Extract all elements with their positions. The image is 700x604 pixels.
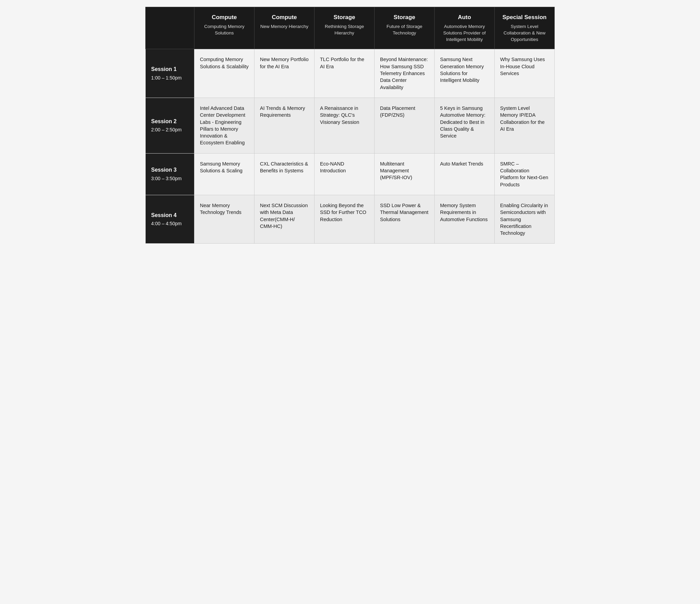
session-number: Session 4 [151,212,177,218]
session-label-3: Session 33:00 – 3:50pm [146,153,194,195]
track-subtitle-storage1: Rethinking Storage Hierarchy [320,24,369,37]
session-1-cell-4: Beyond Maintenance: How Samsung SSD Tele… [375,49,435,98]
track-subtitle-special: System Level Collaboration & New Opportu… [500,24,549,43]
session-1-cell-3: TLC Portfolio for the AI Era [315,49,375,98]
session-label-4: Session 44:00 – 4:50pm [146,195,194,243]
session-label-1: Session 11:00 – 1:50pm [146,49,194,98]
session-2-cell-2: AI Trends & Memory Requirements [254,98,315,153]
session-4-cell-3: Looking Beyond the SSD for Further TCO R… [315,195,375,243]
session-4-cell-1: Near Memory Technology Trends [194,195,254,243]
track-subtitle-compute2: New Memory Hierarchy [260,24,309,30]
session-row-4: Session 44:00 – 4:50pmNear Memory Techno… [146,195,555,243]
session-row-3: Session 33:00 – 3:50pmSamsung Memory Sol… [146,153,555,195]
header-cell-compute1: Compute Computing Memory Solutions [194,7,254,49]
session-3-cell-3: Eco-NAND Introduction [315,153,375,195]
track-name-compute1: Compute [200,13,249,21]
session-4-cell-6: Enabling Circularity in Semiconductors w… [495,195,555,243]
session-3-cell-2: CXL Characteristics & Benefits in System… [254,153,315,195]
header-cell-storage1: Storage Rethinking Storage Hierarchy [315,7,375,49]
session-2-cell-5: 5 Keys in Samsung Automotive Memory: Ded… [435,98,495,153]
session-2-cell-4: Data Placement (FDP/ZNS) [375,98,435,153]
session-number: Session 3 [151,167,177,173]
session-1-cell-2: New Memory Portfolio for the AI Era [254,49,315,98]
schedule-table: Compute Computing Memory Solutions Compu… [145,7,555,244]
session-row-2: Session 22:00 – 2:50pmIntel Advanced Dat… [146,98,555,153]
header-cell-auto: Auto Automotive Memory Solutions Provide… [435,7,495,49]
track-subtitle-compute1: Computing Memory Solutions [200,24,249,37]
track-name-compute2: Compute [260,13,309,21]
header-cell-special: Special Session System Level Collaborati… [495,7,555,49]
session-time: 2:00 – 2:50pm [151,127,189,133]
session-row-1: Session 11:00 – 1:50pmComputing Memory S… [146,49,555,98]
schedule-table-wrapper: Compute Computing Memory Solutions Compu… [145,7,555,244]
session-time: 1:00 – 1:50pm [151,75,189,82]
track-name-storage2: Storage [380,13,429,21]
header-cell-compute2: Compute New Memory Hierarchy [254,7,315,49]
session-4-cell-5: Memory System Requirements in Automotive… [435,195,495,243]
session-2-cell-1: Intel Advanced Data Center Development L… [194,98,254,153]
session-time: 3:00 – 3:50pm [151,175,189,182]
session-3-cell-4: Multitenant Management (MPF/SR-IOV) [375,153,435,195]
session-number: Session 2 [151,118,177,124]
header-cell-0 [146,7,194,49]
session-3-cell-5: Auto Market Trends [435,153,495,195]
session-2-cell-6: System Level Memory IP/EDA Collaboration… [495,98,555,153]
session-time: 4:00 – 4:50pm [151,220,189,227]
track-name-auto: Auto [440,13,489,21]
session-label-2: Session 22:00 – 2:50pm [146,98,194,153]
header-row: Compute Computing Memory Solutions Compu… [146,7,555,49]
session-number: Session 1 [151,66,177,72]
session-1-cell-1: Computing Memory Solutions & Scalability [194,49,254,98]
header-cell-storage2: Storage Future of Storage Technology [375,7,435,49]
session-1-cell-5: Samsung Next Generation Memory Solutions… [435,49,495,98]
track-subtitle-auto: Automotive Memory Solutions Provider of … [440,24,489,43]
session-1-cell-6: Why Samsung Uses In-House Cloud Services [495,49,555,98]
session-3-cell-6: SMRC – Collaboration Platform for Next-G… [495,153,555,195]
session-4-cell-2: Next SCM Discussion with Meta Data Cente… [254,195,315,243]
session-2-cell-3: A Renaissance in Strategy: QLC's Visiona… [315,98,375,153]
track-subtitle-storage2: Future of Storage Technology [380,24,429,37]
session-4-cell-4: SSD Low Power & Thermal Management Solut… [375,195,435,243]
session-3-cell-1: Samsung Memory Solutions & Scaling [194,153,254,195]
track-name-storage1: Storage [320,13,369,21]
track-name-special: Special Session [500,13,549,21]
